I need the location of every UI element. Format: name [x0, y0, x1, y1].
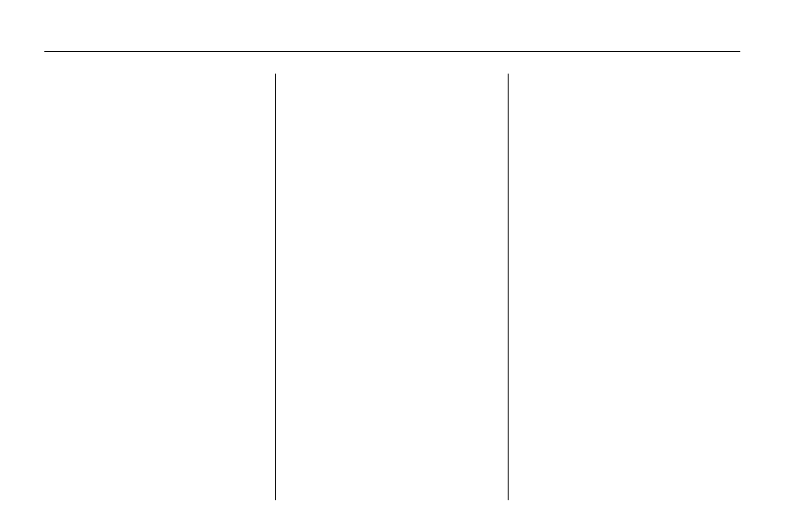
- column-3: [509, 74, 740, 500]
- document-page: [0, 0, 798, 532]
- column-1: [44, 74, 276, 500]
- column-2-content: [284, 73, 284, 74]
- column-2: [276, 74, 508, 500]
- column-1-content: [52, 73, 53, 74]
- three-column-layout: [44, 74, 740, 500]
- top-horizontal-rule: [44, 51, 740, 52]
- column-3-content: [516, 73, 517, 74]
